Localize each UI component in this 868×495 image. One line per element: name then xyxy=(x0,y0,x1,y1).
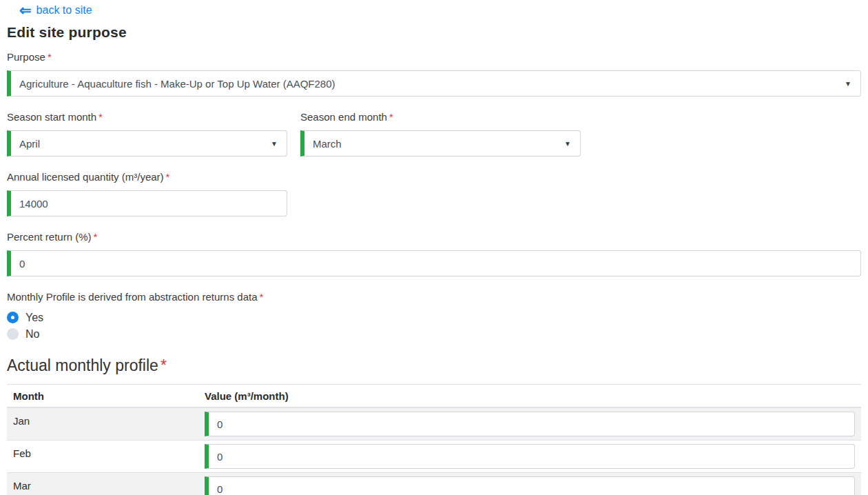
month-value-field xyxy=(205,412,855,436)
dropdown-caret-icon: ▼ xyxy=(271,140,278,148)
purpose-label: Purpose* xyxy=(7,50,861,64)
month-cell: Feb xyxy=(7,441,198,473)
value-cell xyxy=(198,441,861,473)
season-start-select-value: April xyxy=(19,138,40,150)
edit-site-purpose-page: ⇐ back to site Edit site purpose Purpose… xyxy=(0,0,868,495)
month-column-header: Month xyxy=(7,385,198,408)
season-start-label: Season start month* xyxy=(7,110,287,124)
percent-return-label: Percent return (%)* xyxy=(7,230,861,244)
value-cell xyxy=(198,473,861,495)
season-end-select[interactable]: March ▼ xyxy=(300,130,581,156)
radio-option-no[interactable]: No xyxy=(7,328,861,340)
season-end-label: Season end month* xyxy=(300,110,581,124)
table-row-mar: Mar xyxy=(7,473,861,495)
season-end-select-value: March xyxy=(313,138,342,150)
back-link-label: back to site xyxy=(37,3,92,18)
required-asterisk: * xyxy=(389,111,393,123)
required-asterisk: * xyxy=(48,51,52,63)
radio-unselected-icon[interactable] xyxy=(7,328,19,340)
month-cell: Jan xyxy=(7,407,198,441)
radio-option-yes[interactable]: Yes xyxy=(7,312,861,323)
purpose-select-value: Agriculture - Aquaculture fish - Make-Up… xyxy=(19,78,335,90)
back-arrow-icon: ⇐ xyxy=(19,3,32,17)
feb-value-input[interactable] xyxy=(217,451,846,463)
dropdown-caret-icon: ▼ xyxy=(564,140,571,148)
annual-quantity-field xyxy=(7,190,287,216)
back-to-site-link[interactable]: ⇐ back to site xyxy=(19,3,92,18)
page-title: Edit site purpose xyxy=(7,24,861,41)
required-asterisk: * xyxy=(260,291,264,303)
percent-return-field xyxy=(7,250,861,276)
jan-value-input[interactable] xyxy=(217,418,846,430)
radio-option-label: No xyxy=(25,328,39,340)
dropdown-caret-icon: ▼ xyxy=(845,80,851,88)
purpose-select[interactable]: Agriculture - Aquaculture fish - Make-Up… xyxy=(7,70,861,97)
percent-return-input[interactable] xyxy=(19,258,852,270)
derived-from-returns-radio-group: Yes No xyxy=(7,312,861,340)
derived-from-returns-label: Monthly Profile is derived from abstract… xyxy=(7,290,861,304)
radio-option-label: Yes xyxy=(25,312,43,323)
required-asterisk: * xyxy=(161,356,167,374)
radio-selected-icon[interactable] xyxy=(7,312,19,323)
annual-quantity-input[interactable] xyxy=(19,198,278,210)
required-asterisk: * xyxy=(94,231,98,243)
table-header-row: Month Value (m³/month) xyxy=(7,385,861,408)
mar-value-input[interactable] xyxy=(217,483,846,495)
annual-quantity-label: Annual licensed quantity (m³/year)* xyxy=(7,170,861,184)
value-cell xyxy=(198,407,861,441)
table-row-jan: Jan xyxy=(7,407,861,441)
month-value-field xyxy=(205,444,855,469)
value-column-header: Value (m³/month) xyxy=(198,385,861,408)
monthly-profile-table: Month Value (m³/month) Jan Feb xyxy=(7,384,861,495)
required-asterisk: * xyxy=(99,111,103,123)
required-asterisk: * xyxy=(166,171,170,183)
season-start-select[interactable]: April ▼ xyxy=(7,130,287,156)
month-value-field xyxy=(205,476,855,495)
table-row-feb: Feb xyxy=(7,441,861,473)
monthly-profile-title: Actual monthly profile* xyxy=(7,356,861,375)
month-cell: Mar xyxy=(7,473,198,495)
